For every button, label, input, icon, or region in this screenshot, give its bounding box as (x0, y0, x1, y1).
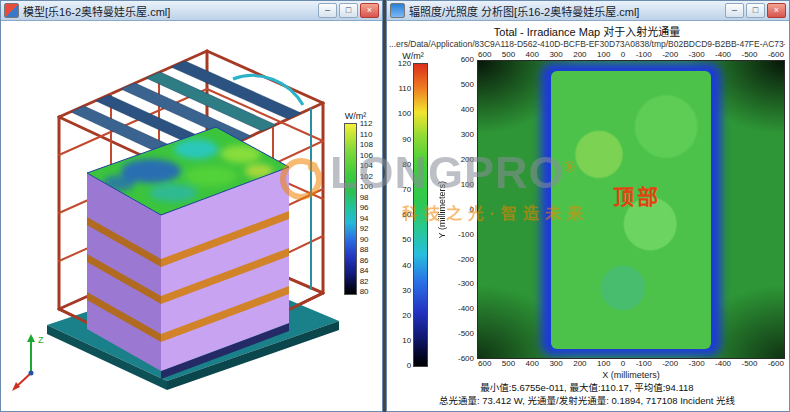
x-axis-label: X (millimeters) (477, 369, 785, 381)
colorbar-tick: 100 (398, 110, 411, 118)
x-tick: 600 (478, 51, 491, 59)
stats-line-2: 总光通量: 73.412 W, 光通量/发射光通量: 0.1894, 71710… (389, 395, 785, 408)
y-tick: 200 (461, 156, 474, 164)
y-tick: 400 (461, 106, 474, 114)
map-title: Total - Irradiance Map 对于入射光通量 (389, 23, 785, 39)
legend-colorbar (344, 123, 357, 295)
legend-tick: 82 (360, 278, 373, 286)
model-window-controls: – □ × (318, 3, 379, 18)
colorbar-tick: 30 (402, 287, 411, 295)
maximize-button[interactable]: □ (339, 3, 358, 18)
legend-tick: 94 (360, 215, 373, 223)
x-tick: -400 (715, 360, 731, 368)
x-tick: 600 (478, 360, 491, 368)
x-tick: -100 (636, 360, 652, 368)
z-axis-label: Z (38, 335, 44, 345)
minimize-button[interactable]: – (725, 3, 744, 18)
map-window-titlebar[interactable]: 辐照度/光照度 分析图[乐16-2奥特曼娃乐屋.cml] – □ × (387, 1, 789, 21)
legend-tick: 96 (360, 204, 373, 212)
legend-tick: 112 (360, 120, 373, 128)
map-window-controls: – □ × (725, 3, 786, 18)
model-window-icon (4, 3, 19, 18)
x-tick: 200 (573, 360, 586, 368)
y-tick: -600 (458, 355, 474, 363)
axis-triad: Z (12, 334, 44, 391)
x-tick: 300 (549, 360, 562, 368)
x-tick: 500 (502, 51, 515, 59)
x-tick: -100 (636, 51, 652, 59)
region-annotation: 顶部 (613, 180, 661, 210)
x-tick: 100 (597, 360, 610, 368)
y-tick: 0 (470, 206, 474, 214)
colorbar-tick: 110 (398, 85, 411, 93)
close-button[interactable]: × (767, 3, 786, 18)
y-tick: 100 (461, 181, 474, 189)
maximize-button[interactable]: □ (746, 3, 765, 18)
y-tick: -500 (458, 330, 474, 338)
x-tick: 200 (573, 51, 586, 59)
irradiance-legend: W/m² 11211010810610410210098969492908886… (344, 111, 373, 296)
legend-tick: 80 (360, 288, 373, 296)
legend-tick: 92 (360, 225, 373, 233)
irradiance-plot-grid: 6005004003002001000-100-200-300-400-500-… (437, 50, 785, 381)
y-tick: -100 (458, 231, 474, 239)
x-tick: 300 (549, 51, 562, 59)
x-tick: -600 (768, 51, 784, 59)
map-file-path: ...ers/Data/Application/83C9A118-D562-41… (389, 39, 785, 49)
colorbar-tick: 70 (402, 186, 411, 194)
x-tick: 0 (621, 360, 625, 368)
legend-tick-labels: 1121101081061041021009896949290888684828… (360, 120, 373, 296)
model-window-titlebar[interactable]: 模型[乐16-2奥特曼娃乐屋.cml] – □ × (1, 1, 382, 21)
x-tick: -200 (662, 51, 678, 59)
colorbar-tick: 50 (402, 236, 411, 244)
y-tick: -300 (458, 280, 474, 288)
map-window-icon (390, 3, 405, 18)
legend-tick: 98 (360, 194, 373, 202)
y-axis-ticks: 6005004003002001000-100-200-300-400-500-… (449, 56, 477, 363)
colorbar-tick: 90 (402, 136, 411, 144)
model-window: 模型[乐16-2奥特曼娃乐屋.cml] – □ × (0, 0, 383, 412)
colorbar-tick: 10 (402, 337, 411, 345)
y-tick: -400 (458, 305, 474, 313)
x-tick: -200 (662, 360, 678, 368)
colorbar-tick: 80 (402, 161, 411, 169)
map-colorbar-column: W/m² 1201101009080706050403020100 (389, 50, 437, 381)
legend-tick: 88 (360, 246, 373, 254)
y-axis-label: Y (millimeters) (437, 60, 449, 359)
legend-tick: 84 (360, 267, 373, 275)
x-tick: 400 (526, 51, 539, 59)
colorbar-tick: 120 (398, 60, 411, 68)
legend-tick: 104 (360, 162, 373, 170)
irradiance-map-plot[interactable]: 顶部 (477, 60, 785, 359)
y-tick: 300 (461, 131, 474, 139)
map-content: Total - Irradiance Map 对于入射光通量 ...ers/Da… (387, 21, 789, 411)
legend-tick: 108 (360, 141, 373, 149)
x-axis-ticks-bottom: 6005004003002001000-100-200-300-400-500-… (477, 359, 785, 369)
x-tick: -300 (689, 51, 705, 59)
x-tick: -500 (741, 51, 757, 59)
colorbar-tick: 40 (402, 262, 411, 270)
colorbar-tick: 0 (407, 362, 411, 370)
legend-tick: 90 (360, 236, 373, 244)
x-tick: -300 (689, 360, 705, 368)
legend-tick: 110 (360, 131, 373, 139)
legend-tick: 106 (360, 152, 373, 160)
map-window-title: 辐照度/光照度 分析图[乐16-2奥特曼娃乐屋.cml] (409, 3, 721, 19)
x-tick: -600 (768, 360, 784, 368)
map-statistics: 最小值:5.6755e-011, 最大值:110.17, 平均值:94.118 … (389, 382, 785, 408)
colorbar-tick: 60 (402, 211, 411, 219)
y-tick: 600 (461, 56, 474, 64)
y-tick: 500 (461, 81, 474, 89)
x-tick: 100 (597, 51, 610, 59)
stats-line-1: 最小值:5.6755e-011, 最大值:110.17, 平均值:94.118 (389, 382, 785, 395)
colorbar-tick: 20 (402, 312, 411, 320)
legend-tick: 86 (360, 257, 373, 265)
x-tick: 0 (621, 51, 625, 59)
minimize-button[interactable]: – (318, 3, 337, 18)
model-3d-scene[interactable]: Z (1, 21, 382, 411)
model-viewport[interactable]: Z W/m² 112110108106104102100989694929088… (1, 21, 382, 411)
model-window-title: 模型[乐16-2奥特曼娃乐屋.cml] (23, 3, 314, 19)
legend-tick: 100 (360, 183, 373, 191)
close-button[interactable]: × (360, 3, 379, 18)
x-tick: -500 (741, 360, 757, 368)
